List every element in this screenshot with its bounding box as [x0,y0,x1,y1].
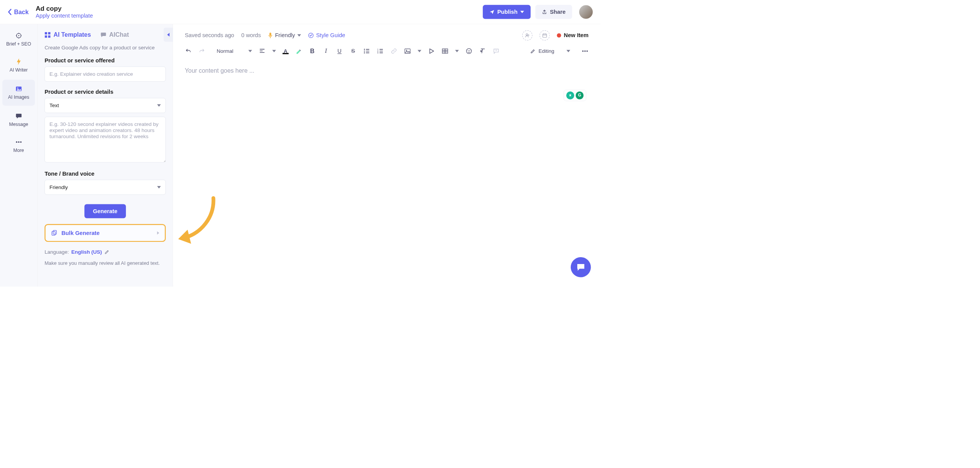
format-select[interactable]: Normal [217,48,252,54]
share-button[interactable]: Share [536,5,572,19]
target-icon [15,33,22,39]
mic-icon [268,33,273,39]
chevron-left-icon [8,9,12,15]
chevron-down-icon[interactable] [272,50,276,52]
table-button[interactable] [441,47,448,54]
generate-button[interactable]: Generate [85,204,126,218]
bulk-generate-button[interactable]: Bulk Generate [44,224,166,242]
message-icon [15,113,22,119]
product-input[interactable] [44,67,166,82]
tab-label: AIChat [109,31,129,38]
word-count: 0 words [241,32,261,39]
rail-label: AI Writer [10,67,28,73]
top-header: Back Ad copy Apply content template Publ… [0,0,600,24]
chat-bubble-icon [576,263,586,272]
rail-brief-seo[interactable]: Brief + SEO [0,26,37,52]
svg-point-30 [584,51,586,52]
editor-canvas[interactable]: Your content goes here ... [173,58,600,84]
tone-value: Friendly [49,184,68,190]
align-button[interactable] [259,47,266,54]
tone-label: Tone / Brand voice [44,170,166,177]
grammarly-badge[interactable]: G [576,91,584,99]
language-row: Language: English (US) [44,249,166,255]
italic-button[interactable]: I [322,47,329,54]
copy-icon [51,230,57,236]
grid-icon [44,32,51,38]
sidebar-panel: AI Templates AIChat Create Google Ads co… [38,24,173,287]
editor-placeholder: Your content goes here ... [185,67,255,74]
svg-point-31 [586,51,588,52]
svg-rect-8 [48,32,51,34]
chevron-down-icon [567,50,570,52]
comment-button[interactable] [493,47,500,54]
number-list-button[interactable]: 123 [377,47,384,54]
chat-fab[interactable] [571,257,591,277]
svg-rect-11 [52,232,56,235]
underline-button[interactable]: U [336,47,343,54]
highlight-button[interactable] [295,47,302,54]
bold-button[interactable]: B [309,47,316,54]
back-label: Back [14,8,29,16]
undo-button[interactable] [185,47,192,54]
chevron-down-icon [248,50,252,52]
clear-format-button[interactable] [479,47,486,54]
status-badge[interactable]: New Item [557,32,588,39]
badge-1[interactable] [566,91,574,99]
triangle-right-icon [157,232,159,235]
calendar-icon [542,33,547,38]
tab-aichat[interactable]: AIChat [100,31,129,38]
rail-ai-images[interactable]: AI Images [2,80,35,106]
status-dot-icon [557,33,561,38]
chevron-down-icon[interactable] [418,50,421,52]
svg-point-3 [17,88,18,89]
language-value[interactable]: English (US) [71,249,102,255]
chevron-down-icon [157,104,161,107]
page-title: Ad copy [36,5,483,13]
image-button[interactable] [404,47,411,54]
mode-select[interactable]: Editing [530,48,570,54]
chat-icon [100,32,106,38]
apply-template-link[interactable]: Apply content template [36,12,93,19]
strike-button[interactable]: S [350,47,356,54]
chevron-down-icon [520,11,524,13]
back-button[interactable]: Back [8,8,29,16]
rail-more[interactable]: More [0,133,37,159]
chevron-down-icon[interactable] [455,50,459,52]
emoji-button[interactable] [466,47,472,54]
bullet-list-button[interactable] [363,47,370,54]
check-badge-icon [308,33,314,38]
more-toolbar-button[interactable] [581,47,588,54]
details-mode-value: Text [49,103,59,109]
share-label: Share [550,9,565,15]
schedule-button[interactable] [539,30,550,41]
svg-point-24 [406,50,407,51]
svg-point-15 [526,34,528,35]
svg-point-17 [364,49,365,50]
link-button[interactable] [390,47,397,54]
svg-text:3: 3 [377,52,378,54]
add-collaborator-button[interactable] [522,30,532,41]
tone-select[interactable]: Friendly [44,180,166,195]
pencil-icon [530,48,536,54]
tab-label: AI Templates [54,31,91,38]
collapse-panel-button[interactable] [164,28,173,42]
dots-icon [15,139,22,145]
details-textarea[interactable] [44,117,166,162]
tab-ai-templates[interactable]: AI Templates [44,31,91,38]
details-mode-select[interactable]: Text [44,98,166,113]
text-color-button[interactable]: A [283,48,289,54]
avatar[interactable] [579,5,593,19]
edit-icon[interactable] [104,249,109,254]
left-rail: Brief + SEO AI Writer AI Images Message … [0,24,38,287]
svg-point-28 [469,50,470,51]
tone-dropdown[interactable]: Friendly [268,32,301,39]
mode-label: Editing [539,48,554,54]
svg-point-6 [20,141,21,143]
video-button[interactable] [428,47,435,54]
redo-button[interactable] [198,47,205,54]
publish-button[interactable]: Publish [483,5,531,19]
style-guide-link[interactable]: Style Guide [308,32,345,39]
rail-message[interactable]: Message [0,107,37,133]
person-plus-icon [525,33,530,38]
rail-ai-writer[interactable]: AI Writer [0,52,37,78]
